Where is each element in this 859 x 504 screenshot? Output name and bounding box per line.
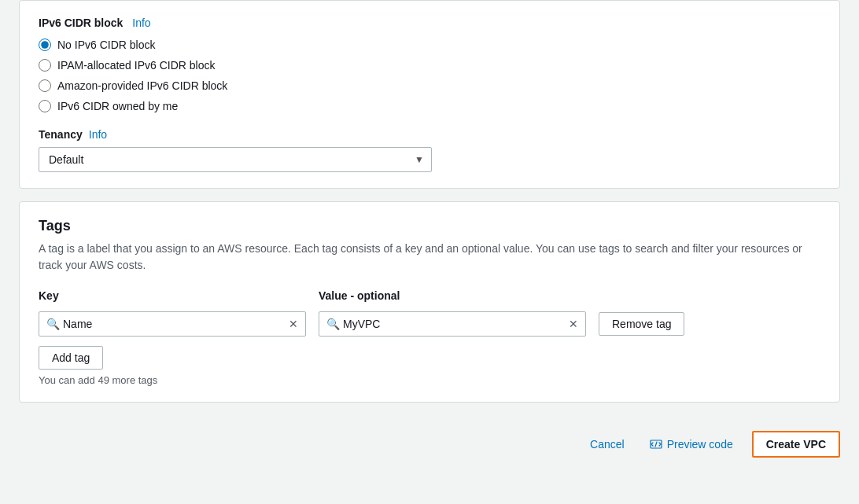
preview-code-label: Preview code bbox=[667, 438, 733, 451]
radio-ipam-ipv6-label: IPAM-allocated IPv6 CIDR block bbox=[57, 59, 215, 72]
radio-owned-ipv6-label: IPv6 CIDR owned by me bbox=[57, 100, 178, 112]
tenancy-section: Tenancy Info Default Dedicated Dedicated… bbox=[39, 128, 820, 172]
key-input-wrapper: 🔍 ✕ bbox=[39, 311, 306, 337]
tenancy-header: Tenancy Info bbox=[39, 128, 820, 141]
ipv6-tenancy-card: IPv6 CIDR block Info No IPv6 CIDR block … bbox=[19, 0, 840, 189]
tags-card: Tags A tag is a label that you assign to… bbox=[19, 201, 840, 403]
radio-no-ipv6[interactable]: No IPv6 CIDR block bbox=[39, 39, 820, 51]
radio-owned-ipv6[interactable]: IPv6 CIDR owned by me bbox=[39, 100, 820, 112]
create-vpc-button[interactable]: Create VPC bbox=[752, 431, 840, 458]
ipv6-section: IPv6 CIDR block Info No IPv6 CIDR block … bbox=[39, 17, 820, 112]
ipv6-label: IPv6 CIDR block bbox=[39, 17, 123, 29]
value-clear-icon[interactable]: ✕ bbox=[569, 318, 578, 330]
radio-owned-ipv6-input[interactable] bbox=[39, 100, 51, 112]
radio-ipam-ipv6[interactable]: IPAM-allocated IPv6 CIDR block bbox=[39, 59, 820, 72]
key-label: Key bbox=[39, 289, 59, 302]
add-tag-button[interactable]: Add tag bbox=[39, 346, 103, 370]
radio-ipam-ipv6-input[interactable] bbox=[39, 59, 51, 72]
key-col-header: Key bbox=[39, 289, 306, 302]
key-clear-icon[interactable]: ✕ bbox=[289, 318, 298, 330]
radio-amazon-ipv6-label: Amazon-provided IPv6 CIDR block bbox=[57, 79, 227, 92]
cancel-button[interactable]: Cancel bbox=[584, 433, 631, 455]
ipv6-info-link[interactable]: Info bbox=[132, 17, 150, 29]
radio-no-ipv6-input[interactable] bbox=[39, 39, 51, 51]
tenancy-label: Tenancy bbox=[39, 128, 83, 141]
footer-actions: Cancel Preview code Create VPC bbox=[0, 418, 859, 470]
tags-limit-text: You can add 49 more tags bbox=[39, 374, 820, 386]
preview-code-icon bbox=[650, 438, 662, 451]
tenancy-info-link[interactable]: Info bbox=[89, 128, 107, 141]
key-input-container: 🔍 ✕ bbox=[39, 311, 306, 337]
value-input-wrapper: 🔍 ✕ bbox=[319, 311, 586, 337]
page-wrapper: IPv6 CIDR block Info No IPv6 CIDR block … bbox=[0, 0, 859, 504]
value-label: Value - optional bbox=[319, 289, 400, 302]
tag-row: 🔍 ✕ 🔍 ✕ Remove tag bbox=[39, 311, 820, 337]
value-col-header: Value - optional bbox=[319, 289, 586, 302]
key-input[interactable] bbox=[39, 311, 306, 337]
tenancy-select[interactable]: Default Dedicated Dedicated host bbox=[39, 147, 432, 172]
ipv6-radio-group: No IPv6 CIDR block IPAM-allocated IPv6 C… bbox=[39, 39, 820, 112]
preview-code-button[interactable]: Preview code bbox=[643, 433, 739, 455]
tenancy-select-wrapper: Default Dedicated Dedicated host ▼ bbox=[39, 147, 432, 172]
tags-description: A tag is a label that you assign to an A… bbox=[39, 241, 820, 274]
radio-amazon-ipv6[interactable]: Amazon-provided IPv6 CIDR block bbox=[39, 79, 820, 92]
radio-no-ipv6-label: No IPv6 CIDR block bbox=[57, 39, 155, 51]
remove-tag-button[interactable]: Remove tag bbox=[599, 312, 684, 336]
tags-title: Tags bbox=[39, 218, 820, 234]
tags-column-headers: Key Value - optional bbox=[39, 289, 820, 302]
value-input-container: 🔍 ✕ bbox=[319, 311, 586, 337]
value-input[interactable] bbox=[319, 311, 586, 337]
radio-amazon-ipv6-input[interactable] bbox=[39, 79, 51, 92]
